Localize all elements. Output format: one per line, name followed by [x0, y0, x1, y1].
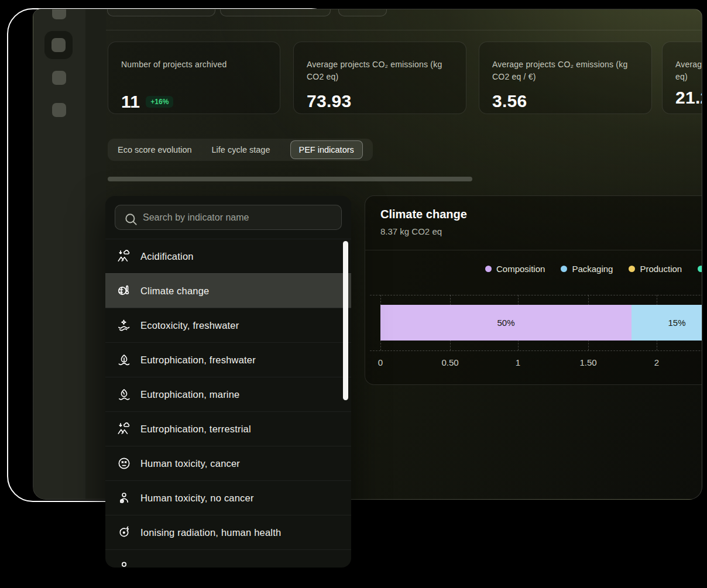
chart-tabs: Eco score evolution Life cycle stage PEF… — [108, 139, 373, 161]
stat-card-co2-emissions: Average projects CO₂ emissions (kg CO2 e… — [293, 42, 466, 114]
list-item-eutrophication-marine[interactable]: Eutrophication, marine — [105, 377, 351, 411]
bar-segment-composition[interactable]: 50% — [380, 305, 632, 341]
stat-value: 3.56 — [492, 91, 527, 111]
list-item-ionising-radiation[interactable]: Ionising radiation, human health — [105, 515, 351, 549]
tab-life-cycle-stage[interactable]: Life cycle stage — [212, 145, 270, 154]
grid-line-bottom — [370, 350, 702, 351]
top-filter-box-3[interactable] — [338, 9, 387, 16]
trend-badge: +16% — [146, 96, 173, 108]
legend-dot-fourth — [698, 266, 702, 272]
stat-label: Average projects CO₂ emissions (kg CO2 e… — [492, 59, 639, 83]
axis-tick-0: 0 — [378, 357, 383, 367]
legend-item-composition: Composition — [485, 264, 545, 274]
list-item-human-toxicity-no-cancer[interactable]: Human toxicity, no cancer — [105, 480, 351, 515]
stacked-bar: 50% 15% — [380, 305, 702, 341]
chart-title: Climate change — [380, 208, 467, 221]
axis-tick-2: 2 — [654, 357, 659, 367]
list-scrollbar[interactable] — [343, 241, 348, 400]
eutrophication-marine-icon — [116, 387, 132, 402]
bar-segment-packaging[interactable]: 15% — [632, 305, 702, 341]
sidebar-item-4[interactable] — [52, 103, 66, 117]
top-filter-box-2[interactable] — [220, 9, 331, 16]
top-filter-box-1[interactable] — [107, 9, 215, 16]
eutrophication-freshwater-icon — [116, 352, 132, 367]
search-input[interactable] — [142, 212, 333, 223]
stat-label: Average projects CO₂ emissions (kg CO2 e… — [307, 59, 453, 83]
sidebar — [33, 9, 85, 499]
list-item-eutrophication-freshwater[interactable]: Eutrophication, freshwater — [105, 342, 351, 377]
ecotoxicity-freshwater-icon — [116, 318, 132, 333]
stat-label: Average eq) — [675, 59, 702, 83]
pef-indicator-chart-panel: Climate change 8.37 kg CO2 eq Compositio… — [365, 195, 702, 385]
eutrophication-terrestrial-icon — [116, 421, 132, 436]
list-item-ecotoxicity-freshwater[interactable]: Ecotoxicity, freshwater — [105, 308, 351, 342]
list-item-eutrophication-terrestrial[interactable]: Eutrophication, terrestrial — [105, 411, 351, 446]
stat-card-clipped: Average eq) 21.2 — [662, 42, 702, 114]
human-toxicity-no-cancer-icon — [116, 490, 132, 506]
legend-item-production: Production — [629, 264, 682, 274]
stat-card-co2-per-euro: Average projects CO₂ emissions (kg CO2 e… — [479, 42, 652, 114]
stat-card-projects-archived: Number of projects archived 11 +16% — [108, 42, 280, 114]
ionising-radiation-icon — [116, 525, 132, 540]
partial-item-icon — [116, 559, 132, 568]
header-divider — [106, 30, 702, 30]
page-canvas: Number of projects archived 11 +16% Aver… — [0, 0, 707, 588]
axis-tick-1: 1 — [516, 357, 520, 367]
climate-change-icon — [116, 283, 132, 298]
list-item-climate-change[interactable]: Climate change — [105, 273, 351, 308]
legend-item-clipped — [698, 266, 702, 272]
legend-item-packaging: Packaging — [561, 264, 613, 274]
sidebar-item-3[interactable] — [52, 71, 66, 85]
grid-line-top — [370, 295, 702, 295]
human-toxicity-cancer-icon — [116, 456, 132, 471]
chart-header-divider — [365, 250, 702, 250]
axis-tick-050: 0.50 — [441, 357, 458, 367]
legend-dot-production — [629, 266, 635, 272]
acidification-icon — [116, 249, 132, 264]
search-icon — [123, 212, 135, 223]
chart-subtitle: 8.37 kg CO2 eq — [380, 226, 442, 236]
tab-eco-score-evolution[interactable]: Eco score evolution — [118, 145, 192, 154]
stat-value: 11 — [121, 92, 140, 112]
stat-label: Number of projects archived — [121, 59, 267, 71]
sidebar-item-1[interactable] — [52, 9, 66, 19]
tab-pef-indicators[interactable]: PEF indicators — [290, 140, 363, 159]
list-item-acidification[interactable]: Acidification — [105, 239, 351, 273]
indicator-dropdown: Acidification Climate change — [105, 196, 351, 568]
list-item-partial[interactable] — [105, 549, 351, 568]
indicator-search[interactable] — [115, 205, 342, 230]
legend-dot-composition — [485, 266, 492, 272]
indicator-list: Acidification Climate change — [105, 239, 351, 568]
sidebar-edge — [85, 9, 106, 499]
axis-tick-150: 1.50 — [579, 357, 596, 367]
sidebar-item-2-active[interactable] — [44, 31, 73, 59]
list-item-human-toxicity-cancer[interactable]: Human toxicity, cancer — [105, 446, 351, 480]
stat-value: 21.2 — [675, 88, 702, 108]
horizontal-scrollbar[interactable] — [108, 177, 472, 181]
stat-value: 73.93 — [307, 91, 352, 111]
legend-dot-packaging — [561, 266, 567, 272]
chart-legend: Composition Packaging Production — [485, 264, 702, 274]
nav-icon — [52, 38, 66, 52]
